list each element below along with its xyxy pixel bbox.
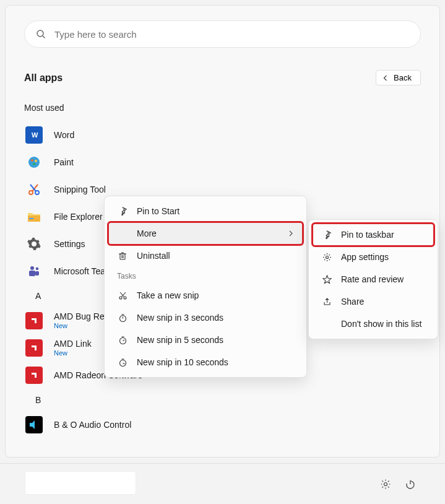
timer-icon (117, 336, 128, 345)
context-menu-primary: Pin to Start More Uninstall Tasks Take a… (104, 196, 307, 378)
chevron-left-icon (382, 75, 389, 81)
svg-point-14 (30, 266, 34, 270)
svg-line-32 (123, 340, 124, 341)
svg-point-37 (326, 256, 328, 258)
svg-rect-19 (120, 254, 125, 259)
ctx-tasks-header: Tasks (108, 267, 303, 284)
share-icon (321, 297, 332, 306)
svg-point-39 (384, 482, 387, 485)
svg-rect-16 (29, 271, 35, 276)
svg-point-6 (35, 160, 37, 162)
teams-icon (25, 263, 43, 280)
ctx-uninstall[interactable]: Uninstall (108, 245, 303, 267)
svg-marker-38 (323, 276, 331, 284)
snipping-tool-icon (25, 181, 43, 198)
ctx-pin-to-taskbar[interactable]: Pin to taskbar (313, 224, 434, 246)
ctx-pin-to-start[interactable]: Pin to Start (108, 200, 303, 222)
ctx-app-settings[interactable]: App settings (313, 246, 434, 268)
gear-icon (380, 479, 391, 490)
star-icon (321, 275, 332, 284)
search-input[interactable] (54, 29, 409, 40)
svg-point-0 (37, 30, 43, 37)
power-button[interactable] (400, 474, 420, 494)
most-used-header: Most used (24, 103, 421, 113)
svg-rect-17 (35, 271, 39, 276)
svg-line-1 (43, 36, 45, 38)
user-account-button[interactable] (25, 471, 136, 495)
pin-icon (117, 207, 128, 216)
back-button[interactable]: Back (376, 70, 421, 85)
chevron-right-icon (288, 228, 294, 238)
amd-icon (25, 339, 43, 357)
all-apps-title: All apps (24, 72, 63, 84)
context-menu-more: Pin to taskbar App settings Rate and rev… (308, 219, 438, 339)
svg-point-4 (28, 157, 40, 168)
snip-icon (117, 291, 128, 300)
word-icon: W (25, 126, 43, 144)
svg-line-35 (123, 363, 124, 364)
amd-icon (25, 367, 43, 384)
search-icon (36, 29, 46, 39)
svg-point-25 (124, 297, 126, 299)
ctx-task-5s[interactable]: New snip in 5 seconds (108, 329, 303, 351)
letter-b-header[interactable]: B (24, 389, 421, 411)
ctx-more[interactable]: More (108, 222, 303, 245)
ctx-task-10s[interactable]: New snip in 10 seconds (108, 351, 303, 373)
power-icon (405, 479, 416, 490)
settings-icon (25, 235, 43, 253)
svg-point-5 (31, 159, 33, 162)
gear-icon (321, 253, 332, 262)
start-menu-footer (0, 463, 445, 504)
paint-icon (25, 154, 43, 171)
amd-icon (25, 312, 43, 329)
svg-rect-13 (29, 218, 33, 219)
svg-point-7 (33, 163, 35, 165)
timer-icon (117, 313, 128, 323)
app-bo-audio[interactable]: B & O Audio Control (24, 411, 421, 438)
ctx-rate-review[interactable]: Rate and review (313, 268, 434, 290)
svg-point-15 (36, 267, 39, 271)
app-paint[interactable]: Paint (24, 149, 421, 176)
pin-icon (321, 230, 332, 240)
app-word[interactable]: W Word (24, 121, 421, 149)
ctx-dont-show[interactable]: Don't show in this list (313, 313, 434, 335)
search-box[interactable] (24, 20, 421, 48)
svg-marker-18 (30, 420, 35, 429)
svg-point-24 (119, 297, 122, 299)
timer-icon (117, 358, 128, 367)
ctx-task-new-snip[interactable]: Take a new snip (108, 284, 303, 306)
settings-button[interactable] (376, 474, 395, 494)
ctx-share[interactable]: Share (313, 290, 434, 313)
file-explorer-icon (25, 208, 43, 225)
svg-text:W: W (32, 131, 38, 139)
bo-icon (25, 416, 43, 433)
trash-icon (117, 251, 128, 261)
ctx-task-3s[interactable]: New snip in 3 seconds (108, 306, 303, 329)
